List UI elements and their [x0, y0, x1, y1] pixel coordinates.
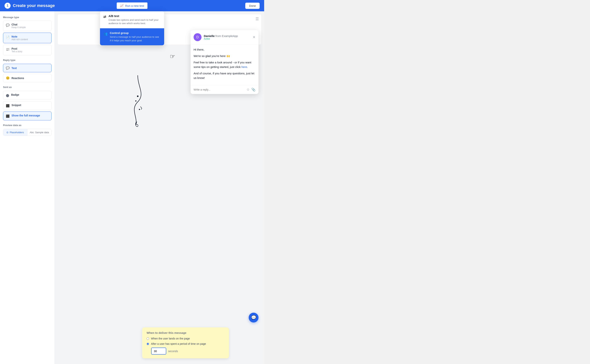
control-group-icon: 👥	[104, 32, 108, 36]
chat-status: Active	[204, 38, 238, 40]
control-group-title: Control group	[110, 31, 161, 34]
chat-link[interactable]: here	[241, 65, 247, 69]
preview-placeholders[interactable]: ⊙ Placeholders	[3, 129, 27, 136]
sender-info: Danielle from ExampleApp Active	[204, 34, 238, 40]
chat-footer-icons: ☺ 📎	[246, 88, 255, 92]
sample-icon: Abc	[30, 131, 34, 134]
post-title: Post	[12, 47, 22, 50]
control-group-content: Control group Send a message to half you…	[110, 31, 161, 42]
doodle-decoration	[119, 72, 157, 128]
delivery-label-lands: When the user lands on the page	[151, 337, 190, 340]
post-subtitle: Tell a story	[12, 50, 22, 53]
chat-preview: D Danielle from ExampleApp Active ✕ Hi t…	[191, 30, 259, 94]
reply-type-text[interactable]: 💬 Text	[3, 64, 52, 72]
snippet-icon: ⬛	[6, 104, 10, 108]
reactions-icon: 😊	[6, 76, 10, 80]
chat-title: Chat	[12, 23, 26, 26]
note-subtitle: Add rich content	[12, 38, 28, 41]
svg-point-2	[139, 109, 140, 110]
full-message-icon: ⬛	[6, 114, 10, 118]
text-title: Text	[12, 67, 17, 70]
badge-title: Badge	[11, 93, 19, 96]
main-layout: Message type 💬 Chat Keep it simple 📄 Not…	[0, 11, 264, 364]
step-badge: 1	[5, 3, 11, 9]
badge-icon: ⬤	[6, 94, 9, 97]
header: 1 Create your message 📈 Run a new test D…	[0, 0, 264, 11]
snippet-title: Snippet	[12, 104, 21, 107]
header-left: 1 Create your message	[5, 3, 55, 9]
preview-sample[interactable]: Abc Sample data	[27, 129, 51, 136]
sidebar: Message type 💬 Chat Keep it simple 📄 Not…	[0, 11, 55, 364]
delivery-radio-spent[interactable]	[147, 343, 149, 345]
sent-as-badge[interactable]: ⬤ Badge	[3, 91, 52, 100]
attach-icon[interactable]: 📎	[251, 88, 255, 92]
reply-input[interactable]	[194, 88, 246, 91]
sender-name: Danielle from ExampleApp	[204, 34, 238, 38]
chat-footer: ☺ 📎	[191, 85, 259, 94]
chat-message-1: Hi there,	[194, 47, 255, 52]
sample-label: Sample data	[35, 131, 49, 134]
ab-test-content: A/B test Create two options and send eac…	[109, 14, 161, 25]
placeholders-label: Placeholders	[10, 131, 24, 134]
control-group-desc: Send a message to half your audience to …	[110, 35, 161, 42]
delivery-radio-lands[interactable]	[147, 337, 149, 340]
emoji-icon[interactable]: ☺	[246, 88, 250, 92]
dropdown-item-ab-test[interactable]: ⇄ A/B test Create two options and send e…	[100, 11, 164, 28]
reply-type-reactions[interactable]: 😊 Reactions	[3, 74, 52, 82]
chat-message-3: Feel free to take a look around - or if …	[194, 60, 255, 69]
seconds-label: seconds	[168, 350, 178, 353]
delivery-option-spent[interactable]: After a user has spent a period of time …	[147, 342, 224, 345]
run-test-dropdown: ⇄ A/B test Create two options and send e…	[100, 11, 164, 45]
seconds-input[interactable]	[151, 348, 166, 355]
delivery-title: When to deliver this message	[147, 331, 224, 334]
ab-test-desc: Create two options and send each to half…	[109, 18, 161, 25]
chat-launcher-button[interactable]: 💬	[249, 313, 259, 323]
placeholders-icon: ⊙	[6, 131, 8, 134]
toolbar-menu-icon: ☰	[255, 17, 259, 21]
text-icon: 💬	[6, 66, 10, 70]
ab-test-icon: ⇄	[104, 15, 106, 19]
run-test-button[interactable]: 📈 Run a new test	[116, 2, 148, 9]
reactions-title: Reactions	[12, 77, 24, 80]
delivery-option-lands[interactable]: When the user lands on the page	[147, 337, 224, 340]
chat-body: Hi there, We're so glad you're here 🙌 Fe…	[191, 44, 259, 85]
ab-test-title: A/B test	[109, 14, 161, 18]
chat-icon: 💬	[6, 23, 10, 27]
run-test-label: Run a new test	[125, 4, 144, 7]
cursor-hand: ☞	[170, 53, 175, 60]
chat-message-2: We're so glad you're here 🙌	[194, 54, 255, 58]
run-test-icon: 📈	[120, 4, 123, 7]
message-type-label: Message type	[3, 16, 52, 19]
svg-point-0	[137, 96, 138, 97]
delivery-label-spent: After a user has spent a period of time …	[151, 342, 206, 345]
delivery-panel: When to deliver this message When the us…	[142, 327, 229, 358]
content-area: ☰ ☞ D Danielle from Example	[55, 11, 264, 364]
message-type-post[interactable]: 📰 Post Tell a story	[3, 45, 52, 55]
message-type-note[interactable]: 📄 Note Add rich content	[3, 33, 52, 43]
sent-as-snippet[interactable]: ⬛ Snippet	[3, 101, 52, 110]
time-input-row: seconds	[151, 348, 224, 355]
reply-type-label: Reply type	[3, 59, 52, 62]
avatar: D	[194, 33, 201, 41]
note-title: Note	[12, 35, 28, 38]
post-icon: 📰	[6, 48, 10, 51]
chat-message-4: And of course, if you have any questions…	[194, 71, 255, 80]
preview-toggle: ⊙ Placeholders Abc Sample data	[3, 129, 52, 136]
note-icon: 📄	[6, 35, 10, 39]
svg-point-1	[135, 100, 136, 102]
close-button[interactable]: ✕	[253, 35, 255, 39]
page-title: Create your message	[13, 3, 55, 8]
preview-label: Preview data as	[3, 124, 52, 127]
chat-header: D Danielle from ExampleApp Active ✕	[191, 30, 259, 44]
chat-subtitle: Keep it simple	[12, 26, 26, 29]
message-type-chat[interactable]: 💬 Chat Keep it simple	[3, 20, 52, 31]
sent-as-full[interactable]: ⬛ Show the full message	[3, 111, 52, 120]
sent-as-label: Sent as	[3, 86, 52, 89]
done-button[interactable]: Done	[245, 3, 260, 9]
dropdown-item-control-group[interactable]: 👥 Control group Send a message to half y…	[100, 28, 164, 45]
full-message-title: Show the full message	[12, 114, 40, 117]
